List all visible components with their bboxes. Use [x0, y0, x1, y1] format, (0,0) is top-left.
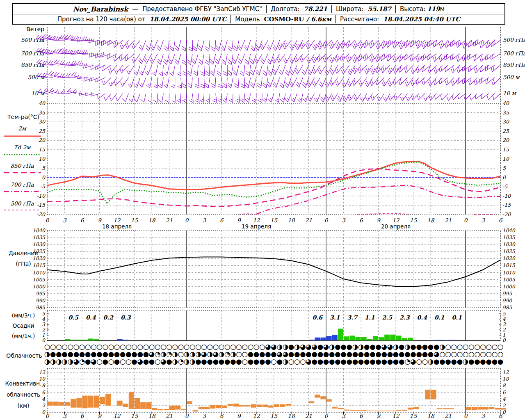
convective-bar — [437, 408, 442, 409]
convective-bar — [280, 404, 285, 407]
svg-text:○: ○ — [207, 343, 212, 351]
svg-text:◑: ◑ — [189, 358, 195, 365]
svg-text:●: ● — [393, 350, 399, 358]
svg-text:850 гПа: 850 гПа — [503, 62, 525, 68]
svg-text:21: 21 — [166, 413, 173, 419]
svg-text:●: ● — [67, 350, 73, 358]
svg-text:облачность: облачность — [7, 391, 40, 398]
convective-bar — [448, 408, 454, 409]
svg-text:0: 0 — [42, 174, 46, 180]
svg-text:1010: 1010 — [502, 270, 516, 276]
convective-bar — [193, 410, 198, 411]
svg-text:●: ● — [375, 343, 381, 351]
svg-text:○: ○ — [178, 343, 184, 351]
svg-text:●: ● — [236, 358, 242, 365]
svg-text:●: ● — [265, 358, 271, 365]
svg-text:●: ● — [259, 358, 265, 365]
svg-text:985: 985 — [502, 305, 512, 310]
svg-text:○: ○ — [85, 343, 91, 351]
svg-text:◑: ◑ — [352, 343, 358, 351]
svg-text:◑: ◑ — [195, 350, 201, 358]
convective-bar — [239, 405, 244, 406]
svg-text:20: 20 — [502, 137, 509, 143]
convective-bar — [233, 404, 239, 406]
svg-text:21: 21 — [445, 413, 452, 419]
convective-bar — [199, 407, 204, 409]
convective-bar — [169, 406, 175, 410]
svg-text:(мм/1ч.): (мм/1ч.) — [12, 333, 35, 339]
svg-text:◑: ◑ — [358, 343, 364, 351]
precip-bar — [88, 338, 94, 340]
meteogram-figure: Nov_Barabinsk — Предоставлено ФГБУ "ЗапС… — [0, 0, 525, 420]
x-axis-labels: 0369121518210369121518210369121518210361… — [46, 217, 503, 230]
svg-text:◑: ◑ — [172, 350, 178, 358]
svg-text:●: ● — [276, 358, 282, 365]
svg-text:0: 0 — [185, 217, 189, 224]
svg-text:●: ● — [404, 350, 410, 358]
svg-text:○: ○ — [242, 358, 247, 365]
svg-text:-15: -15 — [502, 202, 511, 208]
convective-panel: 121210108866442200Конвективн.облачность(… — [5, 368, 509, 415]
svg-text:●: ● — [323, 358, 329, 365]
svg-text:○: ○ — [242, 343, 247, 351]
precip-bar — [431, 340, 436, 340]
svg-text:●: ● — [248, 350, 253, 358]
svg-text:2: 2 — [42, 403, 46, 409]
precip-bar — [408, 338, 413, 341]
svg-text:21: 21 — [166, 217, 173, 224]
svg-text:1.1: 1.1 — [365, 314, 375, 321]
temperature-legend: Тем-ра(°C)2мTd 2м850 гПа700 гПа500 гПа — [4, 114, 41, 210]
svg-text:○: ○ — [492, 343, 498, 351]
svg-text:◔: ◔ — [166, 350, 172, 358]
svg-text:1040: 1040 — [502, 228, 516, 233]
svg-text:●: ● — [294, 350, 300, 358]
convective-bar — [222, 406, 227, 408]
temperature-panel: 40403535303025252020151510105500-5-5-10-… — [37, 100, 511, 217]
svg-text:○: ○ — [137, 343, 143, 351]
precip-bar — [76, 340, 82, 340]
convective-bar — [152, 408, 158, 410]
svg-text:●: ● — [358, 350, 364, 358]
svg-text:●: ● — [114, 358, 120, 365]
svg-text:●: ● — [387, 350, 393, 358]
svg-text:○: ○ — [155, 358, 160, 365]
svg-text:●: ● — [201, 358, 207, 365]
svg-text:●: ● — [288, 350, 294, 358]
precip-bar — [309, 340, 314, 340]
svg-text:●: ● — [120, 350, 126, 358]
svg-text:◑: ◑ — [428, 358, 434, 365]
svg-text:○: ○ — [457, 343, 463, 351]
svg-text:●: ● — [364, 358, 370, 365]
svg-text:-5: -5 — [502, 183, 508, 189]
convective-bar — [216, 405, 221, 408]
svg-text:○: ○ — [230, 343, 236, 351]
svg-text:●: ● — [340, 358, 346, 365]
svg-text:◕: ◕ — [271, 343, 276, 351]
pressure-panel: 1040104010351035103010301025102510201020… — [9, 228, 516, 310]
svg-text:○: ○ — [172, 343, 178, 351]
svg-text:1020: 1020 — [502, 256, 516, 261]
svg-text:Ветер: Ветер — [26, 26, 44, 32]
svg-text:20: 20 — [39, 137, 46, 143]
svg-text:0.5: 0.5 — [68, 314, 79, 321]
precip-bar — [71, 340, 76, 340]
convective-bar — [443, 408, 448, 409]
svg-text:●: ● — [486, 358, 491, 365]
svg-text:6: 6 — [80, 217, 84, 224]
svg-text:2.5: 2.5 — [382, 314, 393, 321]
svg-text:●: ● — [73, 350, 79, 358]
precip-bar — [344, 336, 349, 340]
svg-text:○: ○ — [160, 343, 166, 351]
precip-bar — [355, 337, 361, 340]
svg-text:○: ○ — [248, 343, 253, 351]
svg-text:Тем-ра(°C): Тем-ра(°C) — [7, 114, 39, 120]
svg-text:○: ○ — [189, 343, 195, 351]
svg-text:5: 5 — [42, 311, 46, 317]
svg-text:6: 6 — [359, 217, 363, 224]
precip-bar — [94, 339, 99, 340]
svg-text:Конвективн.: Конвективн. — [5, 380, 42, 387]
convective-bar — [117, 401, 123, 406]
svg-text:12: 12 — [113, 217, 121, 224]
svg-text:◕: ◕ — [201, 350, 207, 358]
svg-text:◑: ◑ — [160, 350, 166, 358]
